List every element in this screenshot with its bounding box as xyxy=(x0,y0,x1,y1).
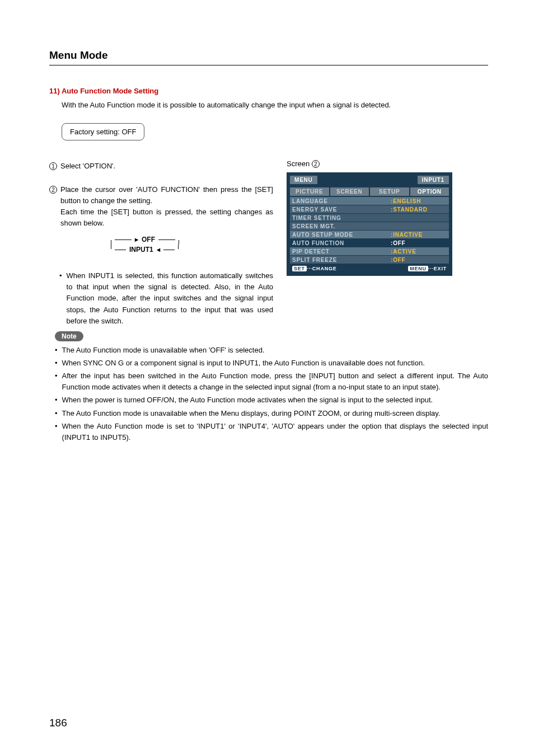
note-item: •After the input has been switched in th… xyxy=(55,370,488,393)
note-text: The Auto Function mode is unavailable wh… xyxy=(62,408,488,419)
osd-row-value: :OFF xyxy=(391,257,447,263)
note-item: •When SYNC ON G or a component signal is… xyxy=(55,358,488,369)
toggle-input1-label: INPUT1 xyxy=(129,245,153,255)
circled-2-icon: 2 xyxy=(49,186,57,194)
osd-row: PIP DETECT:ACTIVE xyxy=(290,247,449,255)
osd-row-value: :OFF xyxy=(391,240,447,246)
note-text: When SYNC ON G or a component signal is … xyxy=(62,358,488,369)
osd-footer-left-text: ···CHANGE xyxy=(307,266,337,271)
step-1: 1 Select 'OPTION'. xyxy=(49,161,273,172)
note-text: The Auto Function mode is unavailable wh… xyxy=(62,345,488,356)
bullet-dot-icon: • xyxy=(55,370,58,393)
osd-row-label: SPLIT FREEZE xyxy=(292,257,391,263)
circled-1-icon: 1 xyxy=(49,162,57,170)
osd-row-value: :STANDARD xyxy=(391,206,447,213)
note-text: When the power is turned OFF/ON, the Aut… xyxy=(62,395,488,406)
osd-row: SPLIT FREEZE:OFF xyxy=(290,256,449,264)
osd-header-left: MENU xyxy=(290,176,317,184)
bullet-dot-icon: • xyxy=(55,421,58,443)
note-badge: Note xyxy=(55,331,83,341)
osd-row-value: :ENGLISH xyxy=(391,198,447,204)
notes-list: •The Auto Function mode is unavailable w… xyxy=(55,345,488,443)
step-2: 2 Place the cursor over 'AUTO FUNCTION' … xyxy=(49,184,273,262)
osd-tab-setup: SETUP xyxy=(370,187,409,196)
note-item: •The Auto Function mode is unavailable w… xyxy=(55,408,488,419)
osd-footer-right-text: ···EXIT xyxy=(428,266,447,271)
toggle-off-label: OFF xyxy=(142,234,155,245)
osd-tab-option: OPTION xyxy=(410,187,449,196)
osd-row-value: :INACTIVE xyxy=(391,232,447,238)
left-column: 1 Select 'OPTION'. 2 Place the cursor ov… xyxy=(49,161,273,329)
osd-row: LANGUAGE:ENGLISH xyxy=(290,197,449,205)
note-item: •The Auto Function mode is unavailable w… xyxy=(55,345,488,356)
factory-setting-box: Factory setting: OFF xyxy=(62,123,144,140)
osd-row-label: AUTO SETUP MODE xyxy=(292,232,391,238)
osd-footer: SET···CHANGE MENU···EXIT xyxy=(290,265,449,273)
osd-row-label: AUTO FUNCTION xyxy=(292,240,391,246)
osd-row: ENERGY SAVE:STANDARD xyxy=(290,205,449,213)
osd-row: AUTO SETUP MODE:INACTIVE xyxy=(290,231,449,238)
step-2-text-a: Place the cursor over 'AUTO FUNCTION' th… xyxy=(60,185,273,205)
osd-row-value xyxy=(391,223,447,229)
osd-row-label: LANGUAGE xyxy=(292,198,391,204)
note-item: •When the power is turned OFF/ON, the Au… xyxy=(55,395,488,406)
bullet-dot-icon: • xyxy=(55,395,58,406)
page-number: 186 xyxy=(49,717,67,729)
osd-menu: MENU INPUT1 PICTURE SCREEN SETUP OPTION … xyxy=(287,172,452,276)
step-bullet: • When INPUT1 is selected, this function… xyxy=(59,270,273,327)
osd-tab-screen: SCREEN xyxy=(330,187,369,196)
step-1-text: Select 'OPTION'. xyxy=(60,161,273,172)
bullet-dot-icon: • xyxy=(55,358,58,369)
osd-key-menu: MENU xyxy=(408,266,428,271)
osd-row: SCREEN MGT. xyxy=(290,222,449,230)
section-intro: With the Auto Function mode it is possib… xyxy=(62,100,488,111)
osd-row-label: SCREEN MGT. xyxy=(292,223,391,229)
osd-key-set: SET xyxy=(292,266,307,271)
osd-row-label: TIMER SETTING xyxy=(292,215,391,221)
page-title: Menu Mode xyxy=(49,49,488,65)
circled-screen-2-icon: 2 xyxy=(312,160,320,168)
toggle-diagram: ▸ OFF INPUT1 ◂ xyxy=(111,234,273,255)
note-item: •When the Auto Function mode is set to '… xyxy=(55,421,488,443)
section-title: Auto Function Mode Setting xyxy=(62,87,158,95)
bullet-dot-icon: • xyxy=(59,270,62,327)
osd-row-value: :ACTIVE xyxy=(391,248,447,255)
step-bullet-text: When INPUT1 is selected, this function a… xyxy=(67,270,273,327)
step-2-text-b: Each time the [SET] button is pressed, t… xyxy=(60,208,273,227)
osd-header-right: INPUT1 xyxy=(418,176,449,184)
section-heading: 11) Auto Function Mode Setting xyxy=(49,87,488,95)
note-text: When the Auto Function mode is set to 'I… xyxy=(62,421,488,443)
note-text: After the input has been switched in the… xyxy=(62,370,488,393)
arrow-left-icon: ◂ xyxy=(157,245,160,255)
osd-row-label: ENERGY SAVE xyxy=(292,206,391,213)
osd-row: AUTO FUNCTION:OFF xyxy=(290,239,449,247)
osd-row: TIMER SETTING xyxy=(290,214,449,222)
section-number: 11) xyxy=(49,87,60,95)
right-column: Screen 2 MENU INPUT1 PICTURE SCREEN SETU… xyxy=(287,161,488,329)
osd-tabs: PICTURE SCREEN SETUP OPTION xyxy=(290,187,449,196)
arrow-right-icon: ▸ xyxy=(135,234,138,245)
bullet-dot-icon: • xyxy=(55,345,58,356)
osd-row-value xyxy=(391,215,447,221)
screen-label: Screen 2 xyxy=(287,159,488,168)
bullet-dot-icon: • xyxy=(55,408,58,419)
screen-label-prefix: Screen xyxy=(287,159,310,168)
osd-tab-picture: PICTURE xyxy=(290,187,329,196)
osd-row-label: PIP DETECT xyxy=(292,248,391,255)
